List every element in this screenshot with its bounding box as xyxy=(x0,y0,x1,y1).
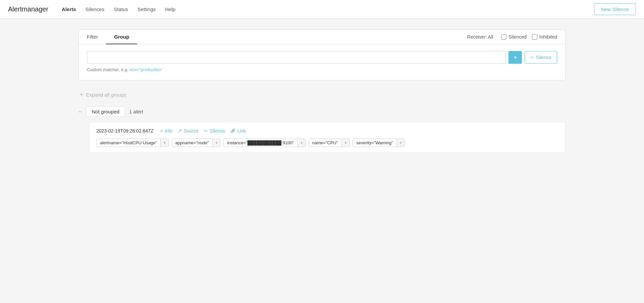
group-count: 1 alert xyxy=(129,109,143,114)
alert-tag-instance-plus[interactable]: + xyxy=(297,139,306,147)
inhibited-checkbox[interactable] xyxy=(532,34,537,40)
alert-tag-alertname-plus[interactable]: + xyxy=(160,139,169,147)
inhibited-checkbox-group: Inhibited xyxy=(532,34,557,40)
tab-filter[interactable]: Filter xyxy=(79,30,106,44)
alert-group: − Not grouped 1 alert 2023-02-19T09:26:0… xyxy=(78,106,566,153)
source-icon: ↗ xyxy=(178,128,182,134)
filter-card: Filter Group Receiver: All Silenced Inhi… xyxy=(78,30,566,81)
alert-tag-instance: instance="███████████:9100" + xyxy=(223,139,306,147)
silence-filter-button[interactable]: ✂ Silence xyxy=(525,51,557,64)
expand-all-label: Expand all groups xyxy=(86,92,126,98)
filter-input-row: + ✂ Silence xyxy=(87,51,557,64)
silence-filter-label: Silence xyxy=(536,55,551,60)
app-title: Alertmanager xyxy=(8,5,48,13)
tab-group[interactable]: Group xyxy=(106,30,137,44)
group-name: Not grouped xyxy=(86,106,125,117)
alert-info-button[interactable]: + Info xyxy=(160,128,172,134)
nav-item-settings[interactable]: Settings xyxy=(133,4,160,14)
alert-timestamp: 2023-02-19T09:26:02.647Z xyxy=(96,128,153,134)
alert-actions: + Info ↗ Source ✂ Silence 🔗 Link xyxy=(160,128,246,134)
collapse-group-button[interactable]: − xyxy=(78,109,82,115)
nav-item-silences[interactable]: Silences xyxy=(82,4,109,14)
header: Alertmanager Alerts Silences Status Sett… xyxy=(0,0,644,19)
filter-input[interactable] xyxy=(87,51,506,64)
inhibited-label: Inhibited xyxy=(539,34,557,40)
alert-source-button[interactable]: ↗ Source xyxy=(178,128,199,134)
alert-tag-appname-plus[interactable]: + xyxy=(212,139,221,147)
alert-tag-severity: severity="Warning" + xyxy=(353,139,405,147)
silence-filter-icon: ✂ xyxy=(530,55,534,60)
group-header: − Not grouped 1 alert xyxy=(78,106,566,117)
alert-tag-severity-plus[interactable]: + xyxy=(396,139,405,147)
alert-tags: alertname="HostCPU Usage" + appname="nod… xyxy=(96,139,558,147)
silence-icon: ✂ xyxy=(204,128,208,134)
alert-tag-appname: appname="node" + xyxy=(172,139,221,147)
add-filter-button[interactable]: + xyxy=(508,51,522,64)
alert-tag-name: name="CPU" + xyxy=(309,139,350,147)
alert-top: 2023-02-19T09:26:02.647Z + Info ↗ Source… xyxy=(96,128,558,134)
nav-item-help[interactable]: Help xyxy=(161,4,179,14)
filter-body: + ✂ Silence Custom matcher, e.g. env="pr… xyxy=(79,44,565,80)
matcher-hint: Custom matcher, e.g. env="production" xyxy=(87,67,557,72)
alert-tag-name-plus[interactable]: + xyxy=(341,139,350,147)
alert-silence-button[interactable]: ✂ Silence xyxy=(204,128,225,134)
silenced-label: Silenced xyxy=(508,34,527,40)
filter-tabs: Filter Group xyxy=(79,30,459,44)
receiver-label: Receiver: All xyxy=(467,34,493,40)
silenced-checkbox[interactable] xyxy=(501,34,506,40)
info-icon: + xyxy=(160,128,163,134)
expand-all-groups[interactable]: + Expand all groups xyxy=(78,91,566,98)
main-nav: Alerts Silences Status Settings Help xyxy=(58,4,179,14)
link-icon: 🔗 xyxy=(230,129,235,133)
nav-item-status[interactable]: Status xyxy=(110,4,132,14)
header-right: New Silence xyxy=(594,3,636,15)
filter-options: Receiver: All Silenced Inhibited xyxy=(459,34,565,40)
main-content: Filter Group Receiver: All Silenced Inhi… xyxy=(70,19,574,163)
alert-tag-alertname: alertname="HostCPU Usage" + xyxy=(96,139,169,147)
silenced-checkbox-group: Silenced xyxy=(501,34,527,40)
matcher-example-link[interactable]: env="production" xyxy=(129,67,163,72)
alert-link-button[interactable]: 🔗 Link xyxy=(230,128,246,134)
alert-row: 2023-02-19T09:26:02.647Z + Info ↗ Source… xyxy=(89,122,566,153)
nav-item-alerts[interactable]: Alerts xyxy=(58,4,80,14)
expand-all-icon: + xyxy=(80,91,84,98)
new-silence-button[interactable]: New Silence xyxy=(594,3,636,15)
